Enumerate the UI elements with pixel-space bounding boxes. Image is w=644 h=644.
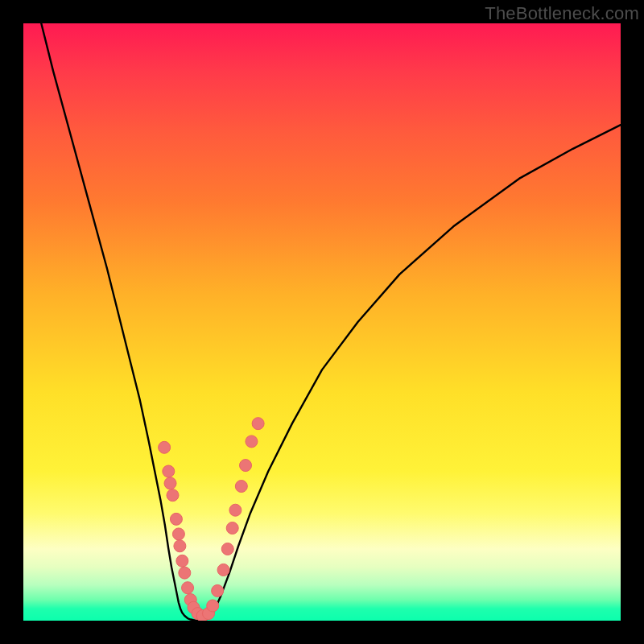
scatter-dot	[252, 418, 264, 430]
scatter-dot	[172, 528, 184, 540]
scatter-dot	[176, 555, 188, 567]
scatter-dot	[235, 481, 247, 493]
watermark-text: TheBottleneck.com	[485, 3, 639, 24]
scatter-dot	[179, 567, 191, 579]
scatter-dot	[167, 489, 179, 502]
scatter-dot	[159, 441, 171, 453]
scatter-dot	[246, 436, 258, 448]
scatter-dot	[212, 584, 224, 597]
scatter-dot	[229, 504, 242, 516]
scatter-dot	[217, 564, 229, 576]
scatter-dot	[221, 543, 233, 555]
scatter-dot	[226, 522, 238, 534]
scatter-dot	[240, 460, 252, 472]
curve-layer	[41, 23, 621, 621]
scatter-dot	[164, 477, 176, 489]
scatter-dot	[207, 600, 219, 612]
scatter-dot	[182, 582, 194, 594]
plot-area	[23, 23, 621, 621]
curve-2	[200, 125, 621, 621]
chart-svg	[23, 23, 621, 621]
scatter-dot	[174, 540, 186, 552]
chart-frame: TheBottleneck.com	[0, 0, 644, 644]
scatter-dot	[163, 465, 175, 477]
scatter-dot	[170, 513, 182, 525]
